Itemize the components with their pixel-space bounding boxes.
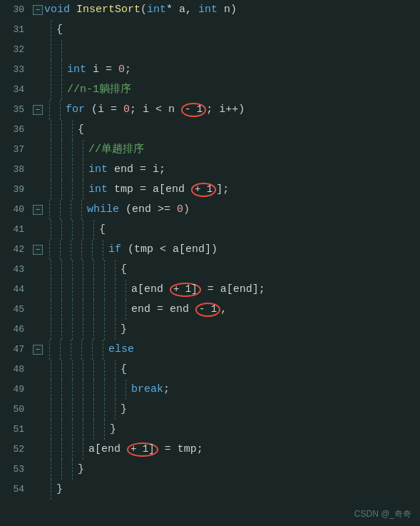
indent-guide xyxy=(104,280,105,300)
indent-guide xyxy=(83,280,83,300)
token-plain: i = xyxy=(86,60,118,80)
indent-guide xyxy=(51,380,51,400)
token-num: 0 xyxy=(118,60,125,80)
line-number: 54 xyxy=(0,480,24,500)
indent-guide xyxy=(93,260,94,280)
line-number: 34 xyxy=(0,80,24,100)
fold-icon[interactable]: − xyxy=(33,205,43,215)
indent-guide xyxy=(126,380,126,400)
code-line: } xyxy=(33,460,420,480)
indent-guide xyxy=(115,300,116,320)
token-plain: ; i++) xyxy=(206,100,245,120)
code-line: //单趟排序 xyxy=(33,140,420,160)
indent-guide xyxy=(71,200,71,220)
indent-guide xyxy=(126,280,126,300)
token-comment: //n-1躺排序 xyxy=(67,80,131,100)
indent-guide xyxy=(51,180,51,200)
code-editor: 3031323334353637383940414243444546474849… xyxy=(0,0,420,526)
indent-guide xyxy=(93,420,94,440)
indent-guide xyxy=(51,120,51,140)
indent-guide xyxy=(115,320,116,340)
code-line: a[end + 1] = a[end]; xyxy=(33,280,420,300)
indent-guide xyxy=(115,360,116,380)
indent-guide xyxy=(61,380,62,400)
indent-guide xyxy=(51,140,51,160)
circle-annotation: + 1] xyxy=(127,442,158,456)
code-line: −else xyxy=(33,340,420,360)
indent-guide xyxy=(93,320,94,340)
indent-guide xyxy=(93,380,94,400)
indent-guide xyxy=(72,320,73,340)
indent-guide xyxy=(104,260,105,280)
token-plain: end = i; xyxy=(108,160,165,180)
token-kw: break xyxy=(131,380,163,400)
line-number: 31 xyxy=(0,20,24,40)
indent-guide xyxy=(83,380,83,400)
indent-guide xyxy=(61,300,62,320)
token-plain: ; i < n xyxy=(130,100,181,120)
indent-guide xyxy=(83,420,83,440)
line-number: 37 xyxy=(0,140,24,160)
token-kw: if xyxy=(108,240,121,260)
token-plain: n) xyxy=(217,0,237,20)
token-plain: * a, xyxy=(166,0,198,20)
fold-icon[interactable]: − xyxy=(33,345,43,355)
indent-guide xyxy=(104,320,105,340)
indent-guide xyxy=(83,300,83,320)
indent-guide xyxy=(93,400,94,420)
token-punct: , xyxy=(220,300,227,320)
indent-guide xyxy=(104,420,105,440)
token-plain: a[end xyxy=(88,440,127,460)
token-punct: } xyxy=(110,420,116,440)
code-line: −for (i = 0; i < n - 1; i++) xyxy=(33,100,420,120)
indent-guide xyxy=(61,460,62,480)
indent-guide xyxy=(51,260,51,280)
token-punct: ; xyxy=(125,60,131,80)
line-numbers: 3031323334353637383940414243444546474849… xyxy=(0,0,30,526)
indent-guide xyxy=(61,60,62,80)
circle-annotation: - 1 xyxy=(195,303,220,316)
line-number: 52 xyxy=(0,440,24,460)
token-plain: ]; xyxy=(216,180,229,200)
token-kw: int xyxy=(88,180,108,200)
line-number: 44 xyxy=(0,280,24,300)
fold-icon[interactable]: − xyxy=(33,245,43,255)
indent-guide xyxy=(83,180,83,200)
token-fn: InsertSort xyxy=(76,0,140,20)
indent-guide xyxy=(61,360,62,380)
token-num: 0 xyxy=(177,200,183,220)
fold-icon[interactable]: − xyxy=(33,5,43,15)
token-comment: //单趟排序 xyxy=(88,140,144,160)
indent-guide xyxy=(83,220,83,240)
indent-guide xyxy=(104,380,105,400)
indent-guide xyxy=(93,220,94,240)
line-number: 36 xyxy=(0,120,24,140)
indent-guide xyxy=(51,460,51,480)
fold-icon[interactable]: − xyxy=(33,105,43,115)
token-kw: int xyxy=(147,0,166,20)
indent-guide xyxy=(115,380,116,400)
token-punct: } xyxy=(78,460,84,480)
token-kw: for xyxy=(66,100,85,120)
indent-guide xyxy=(51,40,51,60)
indent-guide xyxy=(83,400,83,420)
indent-guide xyxy=(72,440,73,460)
indent-guide xyxy=(60,340,61,360)
indent-guide xyxy=(83,320,83,340)
line-number: 48 xyxy=(0,360,24,380)
indent-guide xyxy=(83,440,83,460)
indent-guide xyxy=(61,260,62,280)
indent-guide xyxy=(93,300,94,320)
token-kw: int xyxy=(67,60,86,80)
indent-guide xyxy=(61,80,62,100)
line-number: 50 xyxy=(0,400,24,420)
line-number: 30 xyxy=(0,0,24,20)
token-kw: while xyxy=(87,200,119,220)
indent-guide xyxy=(49,240,50,260)
circle-annotation: + 1 xyxy=(191,183,216,196)
indent-guide xyxy=(60,200,61,220)
indent-guide xyxy=(103,240,103,260)
code-line: } xyxy=(33,320,420,340)
code-line: break; xyxy=(33,380,420,400)
indent-guide xyxy=(51,400,51,420)
